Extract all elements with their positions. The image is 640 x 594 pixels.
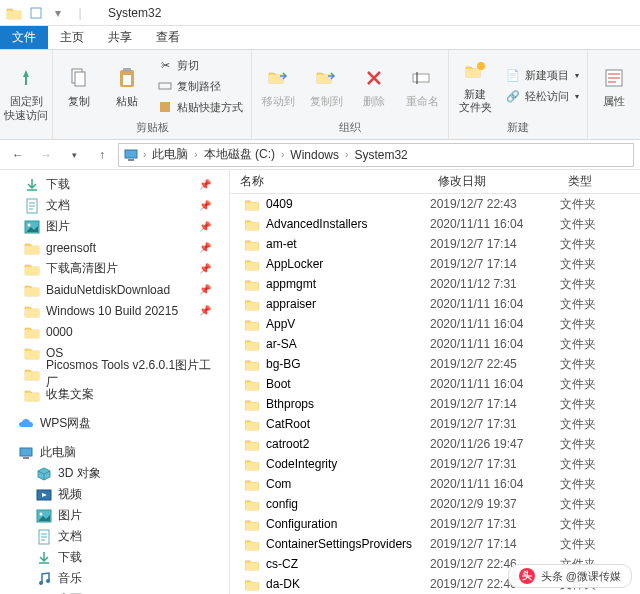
col-date[interactable]: 修改日期 (430, 173, 560, 190)
up-button[interactable]: ↑ (90, 143, 114, 167)
svg-rect-9 (160, 102, 170, 112)
table-row[interactable]: am-et2019/12/7 17:14文件夹 (230, 234, 640, 254)
folder-icon (24, 240, 40, 256)
pin-quick-access-button[interactable]: 固定到 快速访问 (4, 61, 48, 127)
file-type: 文件夹 (560, 516, 630, 533)
qat-item[interactable] (26, 3, 46, 23)
nav-item-label: 收集文案 (46, 386, 94, 403)
move-to-button[interactable]: 移动到 (256, 53, 300, 119)
table-row[interactable]: catroot22020/11/26 19:47文件夹 (230, 434, 640, 454)
delete-icon (360, 64, 388, 92)
col-name[interactable]: 名称 (230, 173, 430, 190)
qat-dropdown[interactable]: ▾ (48, 3, 68, 23)
col-type[interactable]: 类型 (560, 173, 630, 190)
properties-button[interactable]: 属性 (592, 53, 636, 119)
nav-item-label: 图片 (58, 507, 82, 524)
nav-pc-item[interactable]: 文档 (0, 526, 229, 547)
pin-icon: 📌 (199, 242, 211, 253)
new-folder-button[interactable]: 新建 文件夹 (453, 53, 497, 119)
crumb[interactable]: 本地磁盘 (C:) (202, 146, 277, 163)
ribbon-group-new: 新建 文件夹 📄新建项目▾ 🔗轻松访问▾ 新建 (449, 50, 588, 139)
chevron-right-icon[interactable]: › (345, 149, 348, 160)
easy-access-icon: 🔗 (505, 89, 521, 105)
nav-pc-item[interactable]: 图片 (0, 505, 229, 526)
table-row[interactable]: CatRoot2019/12/7 17:31文件夹 (230, 414, 640, 434)
table-row[interactable]: Configuration2019/12/7 17:31文件夹 (230, 514, 640, 534)
table-row[interactable]: bg-BG2019/12/7 22:45文件夹 (230, 354, 640, 374)
nav-quick-item[interactable]: 文档📌 (0, 195, 229, 216)
nav-quick-item[interactable]: 下载📌 (0, 174, 229, 195)
delete-button[interactable]: 删除 (352, 53, 396, 119)
rename-button[interactable]: 重命名 (400, 53, 444, 119)
nav-wps[interactable]: WPS网盘 (0, 413, 229, 434)
back-button[interactable]: ← (6, 143, 30, 167)
nav-pc-item[interactable]: 3D 对象 (0, 463, 229, 484)
forward-button[interactable]: → (34, 143, 58, 167)
paste-shortcut-button[interactable]: 粘贴快捷方式 (153, 97, 247, 117)
svg-point-37 (39, 581, 43, 585)
table-row[interactable]: ar-SA2020/11/11 16:04文件夹 (230, 334, 640, 354)
folder-icon (244, 378, 260, 391)
file-date: 2019/12/7 17:31 (430, 517, 560, 531)
table-row[interactable]: 04092019/12/7 22:43文件夹 (230, 194, 640, 214)
table-row[interactable]: appraiser2020/11/11 16:04文件夹 (230, 294, 640, 314)
nav-quick-item[interactable]: Picosmos Tools v2.6.0.1图片工厂 (0, 363, 229, 384)
chevron-right-icon[interactable]: › (281, 149, 284, 160)
crumb[interactable]: Windows (288, 148, 341, 162)
file-list[interactable]: 名称 修改日期 类型 04092019/12/7 22:43文件夹Advance… (230, 170, 640, 594)
table-row[interactable]: AppLocker2019/12/7 17:14文件夹 (230, 254, 640, 274)
recent-dropdown[interactable]: ▾ (62, 143, 86, 167)
nav-quick-item[interactable]: BaiduNetdiskDownload📌 (0, 279, 229, 300)
nav-this-pc[interactable]: 此电脑 (0, 442, 229, 463)
copy-button[interactable]: 复制 (57, 53, 101, 119)
nav-quick-item[interactable]: 下载高清图片📌 (0, 258, 229, 279)
doc-icon (36, 529, 52, 545)
table-row[interactable]: Bthprops2019/12/7 17:14文件夹 (230, 394, 640, 414)
copy-path-button[interactable]: 复制路径 (153, 76, 247, 96)
tab-view[interactable]: 查看 (144, 26, 192, 49)
table-row[interactable]: Boot2020/11/11 16:04文件夹 (230, 374, 640, 394)
tab-home[interactable]: 主页 (48, 26, 96, 49)
table-row[interactable]: AdvancedInstallers2020/11/11 16:04文件夹 (230, 214, 640, 234)
table-row[interactable]: ContainerSettingsProviders2019/12/7 17:1… (230, 534, 640, 554)
svg-rect-10 (413, 74, 429, 82)
nav-quick-item[interactable]: greensoft📌 (0, 237, 229, 258)
ribbon-group-organize: 移动到 复制到 删除 重命名 组织 (252, 50, 449, 139)
nav-pc-item[interactable]: 视频 (0, 484, 229, 505)
easy-access-button[interactable]: 🔗轻松访问▾ (501, 87, 583, 107)
cut-button[interactable]: ✂剪切 (153, 55, 247, 75)
chevron-right-icon[interactable]: › (194, 149, 197, 160)
nav-quick-item[interactable]: 图片📌 (0, 216, 229, 237)
crumb[interactable]: 此电脑 (150, 146, 190, 163)
tab-file[interactable]: 文件 (0, 26, 48, 49)
paste-button[interactable]: 粘贴 (105, 53, 149, 119)
nav-pc-item[interactable]: 下载 (0, 547, 229, 568)
svg-point-12 (477, 62, 485, 70)
tab-share[interactable]: 共享 (96, 26, 144, 49)
folder-icon (244, 358, 260, 371)
nav-quick-item[interactable]: 收集文案 (0, 384, 229, 405)
file-date: 2020/11/11 16:04 (430, 317, 560, 331)
table-row[interactable]: CodeIntegrity2019/12/7 17:31文件夹 (230, 454, 640, 474)
nav-pc-item[interactable]: 音乐 (0, 568, 229, 589)
table-row[interactable]: Com2020/11/11 16:04文件夹 (230, 474, 640, 494)
copy-to-button[interactable]: 复制到 (304, 53, 348, 119)
chevron-right-icon[interactable]: › (143, 149, 146, 160)
title-bar: ▾ | System32 (0, 0, 640, 26)
copy-icon (65, 64, 93, 92)
nav-pane[interactable]: 下载📌文档📌图片📌greensoft📌下载高清图片📌BaiduNetdiskDo… (0, 170, 230, 594)
file-name: ContainerSettingsProviders (266, 537, 412, 551)
table-row[interactable]: appmgmt2020/11/12 7:31文件夹 (230, 274, 640, 294)
new-item-button[interactable]: 📄新建项目▾ (501, 66, 583, 86)
svg-rect-4 (75, 72, 85, 86)
new-folder-icon (461, 58, 489, 86)
nav-quick-item[interactable]: Windows 10 Build 20215📌 (0, 300, 229, 321)
table-row[interactable]: config2020/12/9 19:37文件夹 (230, 494, 640, 514)
crumb[interactable]: System32 (352, 148, 409, 162)
table-row[interactable]: AppV2020/11/11 16:04文件夹 (230, 314, 640, 334)
breadcrumb[interactable]: › 此电脑 › 本地磁盘 (C:) › Windows › System32 (118, 143, 634, 167)
file-date: 2019/12/7 17:14 (430, 237, 560, 251)
nav-pc-item[interactable]: 桌面 (0, 589, 229, 594)
nav-quick-item[interactable]: 0000 (0, 321, 229, 342)
folder-icon (244, 218, 260, 231)
